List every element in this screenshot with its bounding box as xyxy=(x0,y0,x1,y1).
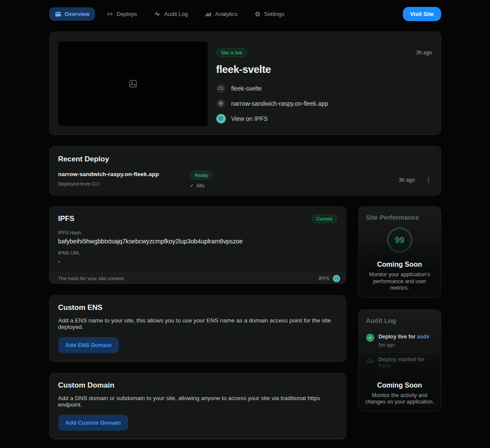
custom-ens-title: Custom ENS xyxy=(58,303,337,312)
deploy-source: Deployed from CLI xyxy=(58,181,190,186)
browser-window-icon xyxy=(55,11,61,17)
deploy-domain: narrow-sandwich-raspy.on-fleek.app xyxy=(58,171,190,177)
audit-log-title: Audit Log xyxy=(366,317,433,324)
site-performance-title: Site Performance xyxy=(366,214,433,221)
deploy-status-badge: Ready xyxy=(190,171,213,180)
audit-coming-soon: Coming Soon xyxy=(364,382,436,389)
ipfs-footer-text: The hash for your site content. xyxy=(58,276,125,281)
site-domain-label: narrow-sandwich-raspy.on-fleek.app xyxy=(231,100,329,107)
add-ens-domain-button[interactable]: Add ENS Domain xyxy=(58,337,119,353)
dns-globe-icon xyxy=(333,439,340,439)
ipns-url-value: - xyxy=(58,258,337,265)
ipfs-hash-label: IPFS Hash xyxy=(58,230,337,235)
site-status-badge: Site is live xyxy=(216,48,247,57)
recent-deploy-card: Recent Deploy narrow-sandwich-raspy.on-f… xyxy=(49,146,441,196)
site-name-label: fleek-svelte xyxy=(231,85,262,92)
audit-item-link[interactable]: asdv xyxy=(417,334,430,340)
ipfs-icon xyxy=(333,275,340,282)
audit-coming-soon-description: Monitor the activity and changes on your… xyxy=(364,392,436,406)
activity-icon xyxy=(154,11,161,17)
tab-analytics-label: Analytics xyxy=(215,11,237,17)
custom-ens-card: Custom ENS Add a ENS name to your site, … xyxy=(49,295,346,362)
bar-chart-icon xyxy=(205,11,212,17)
audit-item-time: 5m ago xyxy=(379,342,430,347)
globe-icon xyxy=(216,99,226,108)
dashboard: Overview Deploys Audit Log Analytics xyxy=(49,0,441,439)
tab-deploys[interactable]: Deploys xyxy=(101,7,142,21)
site-updated-time: 3h ago xyxy=(416,50,432,56)
tab-settings-label: Settings xyxy=(264,11,285,17)
ipfs-current-badge: Current xyxy=(312,215,337,223)
site-name-link[interactable]: fleek-svelte xyxy=(216,81,432,96)
add-custom-domain-button[interactable]: Add Custom Domain xyxy=(58,415,129,431)
tab-deploys-label: Deploys xyxy=(117,11,137,17)
custom-ens-description: Add a ENS name to your site, this allows… xyxy=(58,317,337,330)
custom-domain-card: Custom Domain Add a DNS domain or subdom… xyxy=(49,373,346,439)
view-on-ipfs-link[interactable]: View on IPFS xyxy=(216,111,432,126)
tab-settings[interactable]: ⚙ Settings xyxy=(249,7,290,21)
tab-analytics[interactable]: Analytics xyxy=(199,7,243,21)
gear-icon: ⚙ xyxy=(255,11,260,17)
tab-audit-log-label: Audit Log xyxy=(164,11,188,17)
ipfs-card: IPFS Current IPFS Hash bafybeihi5hwgbbtx… xyxy=(49,206,346,284)
ipfs-icon xyxy=(216,114,226,123)
site-title: fleek-svelte xyxy=(216,63,432,76)
ipfs-card-footer: The hash for your site content. IPFS xyxy=(50,273,346,284)
custom-ens-footer: Custom ENS for your site ENS xyxy=(50,361,346,362)
main-content: Site is live 3h ago fleek-svelte fleek-s… xyxy=(49,32,441,439)
tab-audit-log[interactable]: Audit Log xyxy=(149,7,193,21)
deploy-time: 3h ago xyxy=(399,177,415,183)
ens-icon xyxy=(333,361,340,362)
recent-deploy-title: Recent Deploy xyxy=(58,155,432,164)
site-overview-card: Site is live 3h ago fleek-svelte fleek-s… xyxy=(49,32,441,135)
site-performance-card: Site Performance 99 0-49 50-89 90-100 Co… xyxy=(358,206,441,298)
view-on-ipfs-label: View on IPFS xyxy=(231,115,268,122)
cloud-upload-icon xyxy=(216,84,226,93)
performance-coming-soon: Coming Soon xyxy=(364,261,436,268)
check-circle-icon xyxy=(366,334,374,342)
site-preview-thumbnail xyxy=(58,41,208,126)
nav-tabs: Overview Deploys Audit Log Analytics xyxy=(49,7,290,21)
custom-domain-description: Add a DNS domain or subdomain to your si… xyxy=(58,395,337,408)
ipfs-footer-tag: IPFS xyxy=(319,276,329,281)
ipfs-title: IPFS xyxy=(58,215,75,223)
code-icon xyxy=(107,11,113,17)
custom-domain-title: Custom Domain xyxy=(58,381,337,390)
visit-site-button[interactable]: Visit Site xyxy=(403,7,441,21)
deploy-duration: 58s xyxy=(196,183,205,188)
site-summary: Site is live 3h ago fleek-svelte fleek-s… xyxy=(216,41,432,125)
deploy-menu-button[interactable]: ⋮ xyxy=(425,177,432,183)
tab-overview-label: Overview xyxy=(65,11,90,17)
ipfs-hash-value: bafybeihi5hwgbbtxtsajq7ksebcwyzcmpfkoy2l… xyxy=(58,238,337,245)
deploy-row: narrow-sandwich-raspy.on-fleek.app Deplo… xyxy=(58,171,432,189)
check-icon: ✓ xyxy=(190,183,194,189)
tab-overview[interactable]: Overview xyxy=(49,7,95,21)
performance-coming-soon-description: Monitor your application's performance a… xyxy=(364,271,436,292)
image-placeholder-icon xyxy=(128,79,138,88)
audit-log-card: Audit Log Deploy live for asdv 5m ago xyxy=(358,309,441,412)
site-domain-link[interactable]: narrow-sandwich-raspy.on-fleek.app xyxy=(216,96,432,111)
top-nav: Overview Deploys Audit Log Analytics xyxy=(49,0,441,21)
ipns-url-label: IPNS URL xyxy=(58,250,337,256)
audit-item-text: Deploy live for xyxy=(379,334,417,340)
custom-domain-footer: Custom domains for your site DNS xyxy=(50,439,346,439)
